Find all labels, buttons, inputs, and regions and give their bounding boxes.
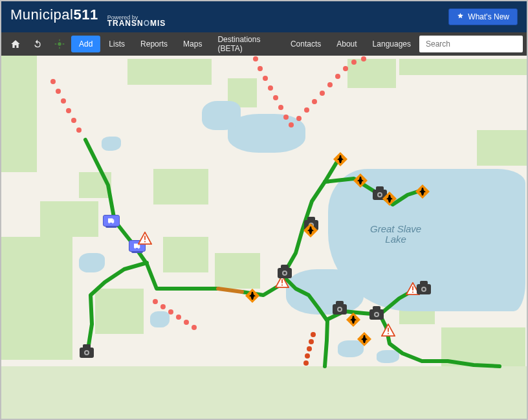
svg-point-18 — [320, 91, 325, 96]
svg-point-28 — [184, 320, 189, 325]
map-routes-layer — [1, 56, 527, 419]
svg-point-0 — [58, 42, 61, 45]
svg-point-9 — [263, 76, 268, 81]
nav-reports[interactable]: Reports — [133, 34, 175, 54]
svg-point-23 — [361, 56, 366, 61]
home-button[interactable] — [5, 35, 26, 53]
svg-point-4 — [66, 108, 71, 113]
svg-point-8 — [258, 66, 263, 71]
nav-about[interactable]: About — [329, 34, 364, 54]
svg-point-21 — [343, 66, 348, 71]
svg-rect-42 — [412, 292, 413, 293]
svg-point-17 — [312, 99, 317, 104]
brand-subtitle: Powered by TRANSNOMIS — [107, 15, 166, 27]
svg-rect-38 — [281, 285, 283, 286]
search-input[interactable] — [419, 36, 523, 52]
brand-title: Municipal511 — [10, 6, 98, 23]
svg-point-32 — [307, 346, 312, 351]
rest-stop-marker[interactable]: ⛟ — [103, 215, 120, 227]
svg-rect-36 — [144, 241, 146, 243]
svg-point-20 — [335, 74, 340, 79]
search-container — [419, 36, 523, 52]
whats-new-button[interactable]: What's New — [448, 8, 518, 25]
svg-point-1 — [50, 79, 56, 84]
svg-point-25 — [160, 304, 166, 309]
toolbar: Add Lists Reports Maps Destinations (BET… — [1, 32, 527, 56]
camera-marker[interactable] — [369, 309, 384, 320]
nav-languages[interactable]: Languages — [366, 34, 418, 54]
camera-marker[interactable] — [333, 304, 347, 315]
svg-point-34 — [303, 360, 309, 366]
nav-maps[interactable]: Maps — [176, 34, 209, 54]
svg-point-11 — [273, 95, 278, 100]
svg-point-27 — [176, 315, 181, 320]
svg-point-31 — [309, 339, 314, 344]
nav-destinations[interactable]: Destinations (BETA) — [210, 30, 281, 58]
add-button[interactable]: Add — [71, 36, 100, 52]
warning-marker[interactable] — [138, 232, 152, 245]
svg-rect-35 — [144, 236, 146, 239]
svg-point-12 — [278, 105, 283, 110]
whats-new-label: What's New — [468, 12, 509, 21]
svg-point-10 — [268, 85, 273, 91]
svg-rect-37 — [281, 279, 283, 283]
svg-point-24 — [153, 299, 158, 304]
highway-routes — [85, 140, 500, 366]
svg-point-15 — [296, 116, 302, 121]
locate-button[interactable] — [49, 35, 70, 53]
svg-point-19 — [327, 82, 333, 87]
brand-prefix: Municipal — [10, 6, 73, 23]
svg-rect-39 — [388, 327, 389, 331]
svg-point-6 — [76, 127, 82, 133]
svg-point-3 — [61, 98, 66, 104]
camera-marker[interactable] — [278, 268, 292, 278]
svg-point-29 — [192, 325, 197, 330]
nav-contacts[interactable]: Contacts — [283, 34, 328, 54]
brand: Municipal511 Powered by TRANSNOMIS — [10, 6, 166, 27]
svg-point-13 — [283, 115, 289, 120]
svg-point-16 — [304, 107, 309, 113]
camera-marker[interactable] — [417, 284, 431, 294]
svg-point-7 — [253, 56, 258, 61]
svg-point-26 — [168, 309, 173, 315]
map-viewport[interactable]: Great SlaveLake — [1, 56, 527, 419]
refresh-button[interactable] — [27, 35, 48, 53]
svg-rect-41 — [412, 286, 413, 290]
star-icon — [457, 12, 464, 21]
svg-point-30 — [311, 332, 316, 337]
incident-closure — [303, 332, 316, 366]
construction-segment — [218, 289, 242, 292]
camera-marker[interactable] — [80, 348, 94, 358]
svg-point-22 — [351, 60, 357, 65]
svg-point-14 — [289, 122, 294, 127]
svg-rect-40 — [388, 333, 389, 335]
svg-point-5 — [71, 118, 76, 123]
svg-point-33 — [305, 353, 310, 359]
nav-lists[interactable]: Lists — [102, 34, 132, 54]
powered-by-brand: TRANSNOMIS — [107, 19, 166, 28]
app-header: Municipal511 Powered by TRANSNOMIS What'… — [1, 1, 527, 32]
brand-suffix: 511 — [73, 6, 98, 23]
svg-point-2 — [56, 89, 61, 94]
warning-marker[interactable] — [381, 324, 395, 337]
